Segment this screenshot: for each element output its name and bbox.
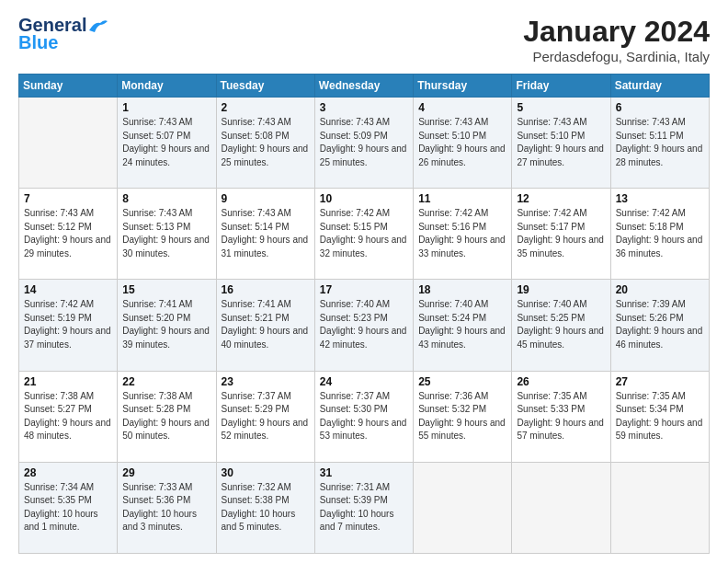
table-row: 7 Sunrise: 7:43 AM Sunset: 5:12 PM Dayli… — [19, 189, 118, 280]
table-row: 9 Sunrise: 7:43 AM Sunset: 5:14 PM Dayli… — [216, 189, 314, 280]
daylight: Daylight: 9 hours and 33 minutes. — [418, 235, 506, 259]
day-number: 28 — [24, 466, 112, 479]
daylight: Daylight: 9 hours and 25 minutes. — [222, 144, 309, 167]
day-number: 15 — [122, 283, 210, 296]
sunrise: Sunrise: 7:33 AM — [122, 482, 192, 492]
day-number: 7 — [24, 192, 112, 205]
sunset: Sunset: 5:14 PM — [222, 222, 290, 232]
sunset: Sunset: 5:28 PM — [122, 404, 190, 414]
sunset: Sunset: 5:12 PM — [24, 222, 92, 232]
table-row: 23 Sunrise: 7:37 AM Sunset: 5:29 PM Dayl… — [216, 371, 314, 462]
sun-info: Sunrise: 7:31 AM Sunset: 5:39 PM Dayligh… — [320, 481, 408, 534]
sunset: Sunset: 5:35 PM — [24, 495, 92, 505]
day-number: 22 — [122, 375, 210, 388]
sunset: Sunset: 5:32 PM — [418, 404, 486, 414]
table-row — [414, 462, 512, 553]
sunset: Sunset: 5:13 PM — [122, 222, 190, 232]
day-number: 20 — [616, 283, 704, 296]
sun-info: Sunrise: 7:40 AM Sunset: 5:25 PM Dayligh… — [517, 298, 605, 351]
sunset: Sunset: 5:09 PM — [320, 131, 388, 141]
daylight: Daylight: 9 hours and 42 minutes. — [320, 326, 407, 350]
day-number: 26 — [517, 375, 605, 388]
sun-info: Sunrise: 7:37 AM Sunset: 5:30 PM Dayligh… — [320, 390, 408, 443]
sunset: Sunset: 5:23 PM — [320, 313, 388, 323]
calendar-week-row: 28 Sunrise: 7:34 AM Sunset: 5:35 PM Dayl… — [19, 462, 710, 553]
sun-info: Sunrise: 7:42 AM Sunset: 5:19 PM Dayligh… — [24, 298, 112, 351]
day-number: 17 — [320, 283, 408, 296]
sunset: Sunset: 5:33 PM — [517, 404, 585, 414]
sunrise: Sunrise: 7:41 AM — [222, 299, 291, 309]
table-row: 17 Sunrise: 7:40 AM Sunset: 5:23 PM Dayl… — [314, 280, 413, 371]
day-number: 18 — [418, 283, 506, 296]
day-number: 6 — [616, 101, 704, 114]
sunrise: Sunrise: 7:43 AM — [222, 117, 291, 127]
sunset: Sunset: 5:26 PM — [616, 313, 684, 323]
sun-info: Sunrise: 7:43 AM Sunset: 5:10 PM Dayligh… — [517, 116, 605, 169]
sunrise: Sunrise: 7:43 AM — [616, 117, 686, 127]
day-number: 16 — [222, 283, 310, 296]
table-row: 11 Sunrise: 7:42 AM Sunset: 5:16 PM Dayl… — [414, 189, 512, 280]
daylight: Daylight: 9 hours and 28 minutes. — [616, 144, 703, 167]
table-row: 8 Sunrise: 7:43 AM Sunset: 5:13 PM Dayli… — [118, 189, 216, 280]
sunset: Sunset: 5:10 PM — [418, 131, 486, 141]
daylight: Daylight: 9 hours and 57 minutes. — [517, 418, 604, 442]
sunset: Sunset: 5:25 PM — [517, 313, 585, 323]
sunrise: Sunrise: 7:43 AM — [222, 208, 291, 218]
sunrise: Sunrise: 7:43 AM — [320, 117, 390, 127]
daylight: Daylight: 9 hours and 37 minutes. — [24, 326, 111, 350]
daylight: Daylight: 9 hours and 25 minutes. — [320, 144, 407, 167]
sunrise: Sunrise: 7:41 AM — [122, 299, 192, 309]
sunrise: Sunrise: 7:31 AM — [320, 482, 390, 492]
sunset: Sunset: 5:19 PM — [24, 313, 92, 323]
day-number: 30 — [222, 466, 310, 479]
table-row: 21 Sunrise: 7:38 AM Sunset: 5:27 PM Dayl… — [19, 371, 118, 462]
sunrise: Sunrise: 7:38 AM — [122, 391, 192, 401]
day-number: 10 — [320, 192, 408, 205]
sunset: Sunset: 5:27 PM — [24, 404, 92, 414]
daylight: Daylight: 9 hours and 32 minutes. — [320, 235, 407, 259]
sunrise: Sunrise: 7:40 AM — [320, 299, 390, 309]
sunrise: Sunrise: 7:32 AM — [222, 482, 291, 492]
sunrise: Sunrise: 7:37 AM — [222, 391, 291, 401]
calendar-table: Sunday Monday Tuesday Wednesday Thursday… — [18, 74, 710, 554]
daylight: Daylight: 9 hours and 29 minutes. — [24, 235, 111, 259]
sun-info: Sunrise: 7:43 AM Sunset: 5:12 PM Dayligh… — [24, 207, 112, 260]
table-row: 4 Sunrise: 7:43 AM Sunset: 5:10 PM Dayli… — [414, 98, 512, 189]
table-row: 6 Sunrise: 7:43 AM Sunset: 5:11 PM Dayli… — [610, 98, 709, 189]
sun-info: Sunrise: 7:37 AM Sunset: 5:29 PM Dayligh… — [222, 390, 310, 443]
day-number: 4 — [418, 101, 506, 114]
daylight: Daylight: 9 hours and 52 minutes. — [222, 418, 309, 442]
day-number: 21 — [24, 375, 112, 388]
sunset: Sunset: 5:18 PM — [616, 222, 684, 232]
daylight: Daylight: 9 hours and 26 minutes. — [418, 144, 506, 167]
header-monday: Monday — [118, 75, 216, 98]
logo-blue-text: Blue — [18, 32, 58, 53]
sunset: Sunset: 5:15 PM — [320, 222, 388, 232]
header-sunday: Sunday — [19, 75, 118, 98]
table-row: 15 Sunrise: 7:41 AM Sunset: 5:20 PM Dayl… — [118, 280, 216, 371]
logo-bird-icon — [87, 17, 108, 34]
sun-info: Sunrise: 7:42 AM Sunset: 5:15 PM Dayligh… — [320, 207, 408, 260]
sunset: Sunset: 5:38 PM — [222, 495, 290, 505]
table-row: 29 Sunrise: 7:33 AM Sunset: 5:36 PM Dayl… — [118, 462, 216, 553]
sunrise: Sunrise: 7:38 AM — [24, 391, 94, 401]
table-row: 14 Sunrise: 7:42 AM Sunset: 5:19 PM Dayl… — [19, 280, 118, 371]
daylight: Daylight: 10 hours and 1 minute. — [24, 509, 98, 533]
sunset: Sunset: 5:24 PM — [418, 313, 486, 323]
sunrise: Sunrise: 7:42 AM — [24, 299, 94, 309]
day-number: 29 — [122, 466, 210, 479]
header-saturday: Saturday — [610, 75, 709, 98]
day-number: 14 — [24, 283, 112, 296]
sun-info: Sunrise: 7:43 AM Sunset: 5:10 PM Dayligh… — [418, 116, 506, 169]
table-row — [19, 98, 118, 189]
sun-info: Sunrise: 7:43 AM Sunset: 5:09 PM Dayligh… — [320, 116, 408, 169]
logo: General Blue — [18, 15, 108, 53]
table-row: 2 Sunrise: 7:43 AM Sunset: 5:08 PM Dayli… — [216, 98, 314, 189]
day-number: 24 — [320, 375, 408, 388]
table-row: 26 Sunrise: 7:35 AM Sunset: 5:33 PM Dayl… — [512, 371, 610, 462]
daylight: Daylight: 10 hours and 3 minutes. — [122, 509, 197, 533]
sun-info: Sunrise: 7:43 AM Sunset: 5:13 PM Dayligh… — [122, 207, 210, 260]
sun-info: Sunrise: 7:32 AM Sunset: 5:38 PM Dayligh… — [222, 481, 310, 534]
day-number: 8 — [122, 192, 210, 205]
sun-info: Sunrise: 7:33 AM Sunset: 5:36 PM Dayligh… — [122, 481, 210, 534]
